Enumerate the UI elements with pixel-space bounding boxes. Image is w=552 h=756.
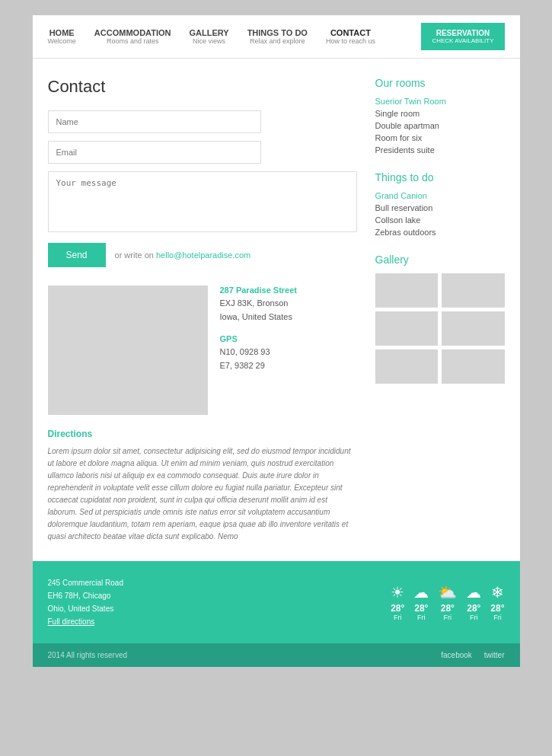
nav-accommodation-sub: Rooms and rates <box>94 37 171 45</box>
gallery-section: Gallery <box>375 254 505 384</box>
nav-gallery[interactable]: GALLERY Nice views <box>189 28 228 45</box>
gallery-title: Gallery <box>375 254 505 266</box>
weather-day-3: Fri <box>466 614 481 621</box>
partly-cloudy-icon: ⛅ <box>438 583 457 601</box>
send-button[interactable]: Send <box>48 243 106 267</box>
sidebar-room-0[interactable]: Suerior Twin Room <box>375 97 505 106</box>
sidebar-room-3: Room for six <box>375 133 505 142</box>
message-field-group <box>48 171 357 235</box>
message-input[interactable] <box>48 171 357 232</box>
footer-address-line3: Ohio, United States <box>48 604 114 613</box>
footer-address-line1: 245 Commercial Road <box>48 579 124 587</box>
nav-accommodation-label: ACCOMMODATION <box>94 28 171 37</box>
nav-home-label: HOME <box>48 28 76 37</box>
sidebar-thing-0[interactable]: Grand Canion <box>375 191 505 200</box>
gallery-thumb-2[interactable] <box>442 273 505 308</box>
things-section: Things to do Grand Canion Bull reservati… <box>375 171 505 237</box>
sidebar-room-2: Double apartman <box>375 121 505 130</box>
nav-items: HOME Welcome ACCOMMODATION Rooms and rat… <box>48 28 422 45</box>
gallery-thumb-1[interactable] <box>375 273 439 308</box>
reservation-label: RESERVATION <box>436 29 490 37</box>
map-section: 287 Paradise Street EXJ 83K, BronsonIowa… <box>48 285 357 415</box>
directions-section: Directions Lorem ipsum dolor sit amet, c… <box>48 429 357 543</box>
sun-icon: ☀ <box>391 583 404 601</box>
things-title: Things to do <box>375 171 505 183</box>
weather-3: ☁ 28° Fri <box>466 583 481 621</box>
main-content: Contact Send or write on hello@hotelpara… <box>33 59 520 561</box>
nav-things-label: THINGS TO DO <box>247 28 308 37</box>
or-label: or write on <box>115 250 154 260</box>
cloud-icon-1: ☁ <box>413 583 429 601</box>
facebook-link[interactable]: facebook <box>441 651 472 659</box>
address-info: 287 Paradise Street EXJ 83K, BronsonIowa… <box>220 285 357 415</box>
nav-home[interactable]: HOME Welcome <box>48 28 76 45</box>
footer-address-line2: EH6 78H, Chicago <box>48 592 111 600</box>
weather-temp-2: 28° <box>438 603 457 614</box>
nav-home-sub: Welcome <box>48 37 76 45</box>
gallery-thumb-6[interactable] <box>442 349 505 384</box>
nav-contact-sub: How to reach us <box>326 37 375 45</box>
weather-day-0: Fri <box>391 614 404 621</box>
weather-0: ☀ 28° Fri <box>391 583 404 621</box>
nav-contact[interactable]: CONTACT How to reach us <box>326 28 375 45</box>
sidebar-room-1: Single room <box>375 109 505 118</box>
form-actions: Send or write on hello@hotelparadise.com <box>48 243 357 267</box>
weather-day-1: Fri <box>413 614 429 621</box>
email-link[interactable]: hello@hotelparadise.com <box>156 250 250 260</box>
sidebar-thing-3: Zebras outdoors <box>375 228 505 237</box>
rooms-title: Our rooms <box>375 77 505 89</box>
reservation-button[interactable]: RESERVATION Check availability <box>421 23 504 50</box>
gallery-thumb-5[interactable] <box>375 349 439 384</box>
weather-temp-4: 28° <box>490 603 504 614</box>
reservation-sub: Check availability <box>432 37 493 44</box>
left-column: Contact Send or write on hello@hotelpara… <box>48 77 375 543</box>
nav-things[interactable]: THINGS TO DO Relax and explore <box>247 28 308 45</box>
rooms-section: Our rooms Suerior Twin Room Single room … <box>375 77 505 155</box>
weather-day-2: Fri <box>438 614 457 621</box>
cloud-icon-2: ☁ <box>466 583 481 601</box>
gps-block: GPS N10, 0928 93E7, 9382 29 <box>220 334 357 372</box>
footer-social-links: facebook twitter <box>441 651 504 659</box>
map-placeholder <box>48 285 208 415</box>
email-field-group <box>48 141 357 164</box>
weather-temp-3: 28° <box>466 603 481 614</box>
directions-text: Lorem ipsum dolor sit amet, consectetur … <box>48 445 357 543</box>
twitter-link[interactable]: twitter <box>484 651 505 659</box>
weather-items: ☀ 28° Fri ☁ 28° Fri ⛅ 28° Fri ☁ 28° Fri … <box>391 583 504 621</box>
gps-coords: N10, 0928 93E7, 9382 29 <box>220 346 357 372</box>
sidebar-room-4: Presidents suite <box>375 145 505 155</box>
nav-things-sub: Relax and explore <box>247 37 308 45</box>
copyright: 2014 All rights reserved <box>48 651 128 659</box>
weather-temp-1: 28° <box>413 603 429 614</box>
nav-contact-label: CONTACT <box>326 28 375 37</box>
nav-gallery-label: GALLERY <box>189 28 228 37</box>
right-sidebar: Our rooms Suerior Twin Room Single room … <box>375 77 505 543</box>
sidebar-thing-2: Collson lake <box>375 215 505 225</box>
gallery-thumb-3[interactable] <box>375 311 439 346</box>
sidebar-thing-1: Bull reservation <box>375 203 505 212</box>
street-detail: EXJ 83K, BronsonIowa, United States <box>220 297 357 324</box>
footer-bottom: 2014 All rights reserved facebook twitte… <box>33 643 520 667</box>
gps-label: GPS <box>220 334 357 343</box>
weather-4: ❄ 28° Fri <box>490 583 504 621</box>
footer-address: 245 Commercial Road EH6 78H, Chicago Ohi… <box>48 576 376 628</box>
weather-day-4: Fri <box>490 614 504 621</box>
name-field-group <box>48 110 357 133</box>
nav-gallery-sub: Nice views <box>189 37 228 45</box>
gallery-thumb-4[interactable] <box>442 311 505 346</box>
street-block: 287 Paradise Street EXJ 83K, BronsonIowa… <box>220 285 357 324</box>
email-input[interactable] <box>48 141 261 164</box>
name-input[interactable] <box>48 110 261 133</box>
footer-directions-link[interactable]: Full directions <box>48 617 95 626</box>
weather-temp-0: 28° <box>391 603 404 614</box>
weather-2: ⛅ 28° Fri <box>438 583 457 621</box>
snow-icon: ❄ <box>490 583 504 601</box>
gallery-grid <box>375 273 505 384</box>
weather-1: ☁ 28° Fri <box>413 583 429 621</box>
nav-accommodation[interactable]: ACCOMMODATION Rooms and rates <box>94 28 171 45</box>
or-text: or write on hello@hotelparadise.com <box>115 250 251 260</box>
footer-green: 245 Commercial Road EH6 78H, Chicago Ohi… <box>33 561 520 643</box>
directions-label: Directions <box>48 429 357 439</box>
page-title: Contact <box>48 77 357 97</box>
navigation: HOME Welcome ACCOMMODATION Rooms and rat… <box>33 15 520 59</box>
